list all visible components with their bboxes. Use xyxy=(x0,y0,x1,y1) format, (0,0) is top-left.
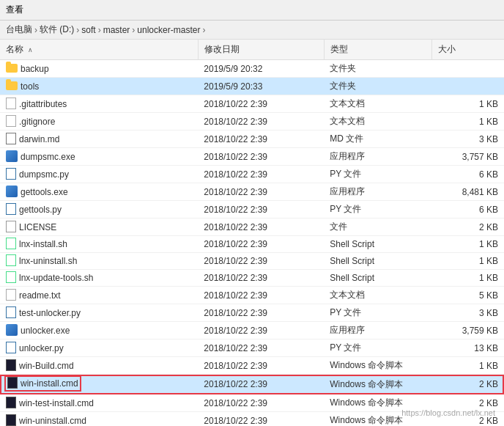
file-date: 2018/10/22 2:39 xyxy=(198,375,324,394)
file-date: 2018/10/22 2:39 xyxy=(198,148,324,166)
md-icon xyxy=(6,133,16,144)
file-type: 文本文档 xyxy=(324,95,431,113)
cmd-icon xyxy=(6,414,16,426)
file-size: 5 KB xyxy=(432,287,504,304)
table-row[interactable]: darwin.md2018/10/22 2:39MD 文件3 KB xyxy=(0,131,504,148)
file-size: 1 KB xyxy=(432,270,504,287)
top-bar-label: 查看 xyxy=(6,4,23,16)
col-header-type[interactable]: 类型 xyxy=(324,40,431,60)
table-row[interactable]: readme.txt2018/10/22 2:39文本文档5 KB xyxy=(0,287,504,304)
file-size: 2 KB xyxy=(432,218,504,236)
file-date: 2018/10/22 2:39 xyxy=(198,166,324,183)
file-size: 1 KB xyxy=(432,95,504,113)
file-type: 应用程序 xyxy=(324,148,431,166)
file-type: PY 文件 xyxy=(324,304,431,322)
file-explorer-container: 名称 ∧ 修改日期 类型 大小 backup2019/5/9 20:32文件夹t… xyxy=(0,40,504,426)
file-type: Windows 命令脚本 xyxy=(324,357,431,375)
table-row[interactable]: win-install.cmd2018/10/22 2:39Windows 命令… xyxy=(0,375,504,394)
file-type: Windows 命令脚本 xyxy=(324,412,431,427)
file-icon xyxy=(6,221,16,232)
file-date: 2018/10/22 2:39 xyxy=(198,394,324,412)
table-row[interactable]: unlocker.py2018/10/22 2:39PY 文件13 KB xyxy=(0,339,504,357)
file-date: 2018/10/22 2:39 xyxy=(198,253,324,270)
py-icon xyxy=(6,342,16,353)
file-type: Shell Script xyxy=(324,253,431,270)
table-row[interactable]: gettools.exe2018/10/22 2:39应用程序8,481 KB xyxy=(0,183,504,201)
table-row[interactable]: win-Build.cmd2018/10/22 2:39Windows 命令脚本… xyxy=(0,357,504,375)
table-row[interactable]: .gitignore2018/10/22 2:39文本文档1 KB xyxy=(0,113,504,131)
file-size: 3,757 KB xyxy=(432,148,504,166)
file-type: 文本文档 xyxy=(324,287,431,304)
file-type: Shell Script xyxy=(324,270,431,287)
file-name-text: lnx-uninstall.sh xyxy=(19,256,77,266)
table-row[interactable]: test-unlocker.py2018/10/22 2:39PY 文件3 KB xyxy=(0,304,504,322)
file-size: 1 KB xyxy=(432,113,504,131)
col-header-name[interactable]: 名称 ∧ xyxy=(0,40,198,60)
file-size: 1 KB xyxy=(432,253,504,270)
table-row[interactable]: .gitattributes2018/10/22 2:39文本文档1 KB xyxy=(0,95,504,113)
file-table: 名称 ∧ 修改日期 类型 大小 backup2019/5/9 20:32文件夹t… xyxy=(0,40,504,426)
file-date: 2019/5/9 20:33 xyxy=(198,78,324,95)
table-row[interactable]: lnx-uninstall.sh2018/10/22 2:39Shell Scr… xyxy=(0,253,504,270)
col-header-size[interactable]: 大小 xyxy=(432,40,504,60)
file-size: 6 KB xyxy=(432,166,504,183)
file-type: Windows 命令脚本 xyxy=(324,375,431,394)
file-name-text: win-test-install.cmd xyxy=(19,398,94,408)
file-name-text: readme.txt xyxy=(19,290,61,301)
breadcrumb-item-1[interactable]: 软件 (D:) xyxy=(40,23,74,36)
file-type: MD 文件 xyxy=(324,131,431,148)
breadcrumb-item-4[interactable]: unlocker-master xyxy=(137,25,200,35)
table-row[interactable]: gettools.py2018/10/22 2:39PY 文件6 KB xyxy=(0,201,504,218)
sh-icon xyxy=(6,254,16,266)
table-row[interactable]: lnx-install.sh2018/10/22 2:39Shell Scrip… xyxy=(0,236,504,253)
table-row[interactable]: tools2019/5/9 20:33文件夹 xyxy=(0,78,504,95)
table-row[interactable]: win-test-install.cmd2018/10/22 2:39Windo… xyxy=(0,394,504,412)
txt-icon xyxy=(6,115,16,127)
file-date: 2018/10/22 2:39 xyxy=(198,270,324,287)
exe-icon xyxy=(6,324,18,336)
file-date: 2018/10/22 2:39 xyxy=(198,183,324,201)
file-name-text: tools xyxy=(21,81,39,92)
table-row[interactable]: dumpsmc.py2018/10/22 2:39PY 文件6 KB xyxy=(0,166,504,183)
file-name-text: win-uninstall.cmd xyxy=(19,416,86,426)
file-date: 2018/10/22 2:39 xyxy=(198,304,324,322)
breadcrumb-item-2[interactable]: soft xyxy=(81,25,95,35)
file-type: 文件夹 xyxy=(324,60,431,78)
file-name-text: dumpsmc.exe xyxy=(21,152,75,162)
table-row[interactable]: dumpsmc.exe2018/10/22 2:39应用程序3,757 KB xyxy=(0,148,504,166)
exe-icon xyxy=(6,150,18,162)
folder-icon xyxy=(6,81,18,90)
file-date: 2018/10/22 2:39 xyxy=(198,287,324,304)
table-row[interactable]: lnx-update-tools.sh2018/10/22 2:39Shell … xyxy=(0,270,504,287)
file-date: 2018/10/22 2:39 xyxy=(198,113,324,131)
file-date: 2018/10/22 2:39 xyxy=(198,218,324,236)
file-type: 文件 xyxy=(324,218,431,236)
col-header-date[interactable]: 修改日期 xyxy=(198,40,324,60)
table-row[interactable]: LICENSE2018/10/22 2:39文件2 KB xyxy=(0,218,504,236)
file-size: 1 KB xyxy=(432,357,504,375)
file-date: 2018/10/22 2:39 xyxy=(198,201,324,218)
file-size: 3,759 KB xyxy=(432,322,504,339)
file-name-text: test-unlocker.py xyxy=(19,308,81,318)
file-size: 2 KB xyxy=(432,375,504,394)
breadcrumb-item-0[interactable]: 台电脑 xyxy=(6,23,32,36)
file-name-text: .gitattributes xyxy=(19,99,67,109)
top-bar: 查看 xyxy=(0,0,504,21)
file-size: 2 KB xyxy=(432,412,504,427)
file-date: 2018/10/22 2:39 xyxy=(198,131,324,148)
cmd-icon xyxy=(6,397,16,408)
folder-icon xyxy=(6,64,18,73)
sort-arrow-name: ∧ xyxy=(28,46,33,54)
txt-icon xyxy=(6,289,16,301)
file-size: 6 KB xyxy=(432,201,504,218)
file-name-text: backup xyxy=(21,64,49,74)
file-size: 2 KB xyxy=(432,394,504,412)
cmd-icon xyxy=(6,359,16,371)
table-row[interactable]: unlocker.exe2018/10/22 2:39应用程序3,759 KB xyxy=(0,322,504,339)
table-row[interactable]: win-uninstall.cmd2018/10/22 2:39Windows … xyxy=(0,412,504,427)
breadcrumb-item-3[interactable]: master xyxy=(103,25,130,35)
file-date: 2018/10/22 2:39 xyxy=(198,236,324,253)
file-name-text: dumpsmc.py xyxy=(19,169,69,180)
file-name-text: .gitignore xyxy=(19,117,55,127)
table-row[interactable]: backup2019/5/9 20:32文件夹 xyxy=(0,60,504,78)
